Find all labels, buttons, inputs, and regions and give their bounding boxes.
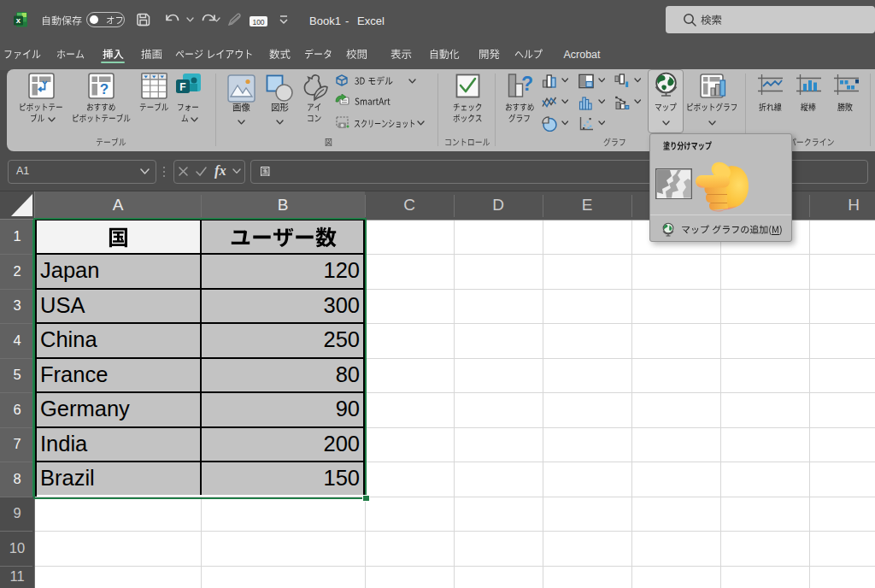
svg-text:x: x	[16, 15, 21, 25]
svg-text:F: F	[179, 81, 185, 93]
svg-text:?: ?	[100, 81, 109, 97]
svg-text:?: ?	[521, 73, 533, 95]
